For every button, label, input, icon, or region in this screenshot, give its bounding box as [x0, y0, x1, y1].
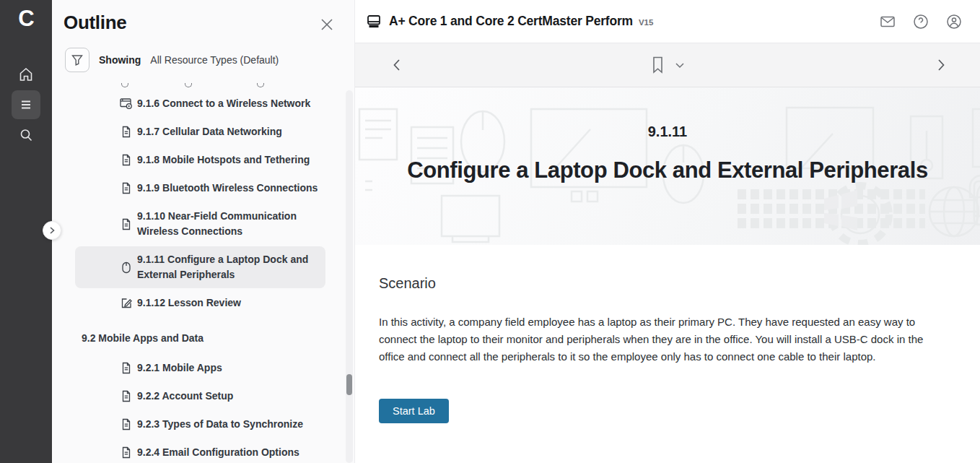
outline-item[interactable]: 9.1.6 Connect to a Wireless Network [75, 90, 325, 117]
review-icon [120, 297, 133, 310]
outline-item-label: 9.1.9 Bluetooth Wireless Connections [137, 182, 318, 194]
lesson-navbar [355, 43, 980, 87]
mail-icon [879, 13, 896, 30]
outline-item-label: 9.1.12 Lesson Review [137, 297, 241, 308]
close-icon [320, 17, 336, 32]
outline-section-header: 9.2 Mobile Apps and Data [75, 325, 325, 352]
chevron-left-icon [391, 58, 403, 72]
outline-item[interactable]: 9.1.7 Cellular Data Networking [75, 118, 325, 145]
outline-item[interactable]: 9.1.10 Near-Field Communication Wireless… [75, 203, 325, 245]
outline-item-label: 9.2.1 Mobile Apps [137, 362, 222, 373]
lesson-hero-banner: 9.1.11 Configure a Laptop Dock and Exter… [355, 87, 980, 245]
outline-item[interactable]: 9.2.3 Types of Data to Synchronize [75, 411, 325, 438]
outline-item[interactable]: 9.2.2 Account Setup [75, 383, 325, 410]
bookmark-group [651, 56, 685, 74]
document-icon [120, 126, 133, 139]
search-button[interactable] [12, 121, 40, 150]
app-window: C Outline [0, 0, 980, 463]
video-demo-icon [120, 98, 133, 111]
account-icon [945, 13, 963, 30]
chevron-down-icon [675, 62, 685, 69]
outline-title: Outline [64, 12, 337, 34]
help-button[interactable] [912, 13, 929, 30]
scenario-heading: Scenario [379, 275, 951, 292]
messages-button[interactable] [879, 13, 896, 30]
outline-section-label: 9.2 Mobile Apps and Data [82, 332, 204, 344]
outline-item[interactable]: 9.2.4 Email Configuration Options [75, 439, 325, 463]
document-icon [120, 217, 133, 230]
document-icon [120, 362, 133, 375]
chevron-right-icon [935, 58, 947, 72]
filter-funnel-icon [71, 53, 84, 66]
outline-item[interactable]: 9.2.1 Mobile Apps [75, 355, 325, 381]
lesson-number: 9.1.11 [355, 124, 980, 140]
bookmark-button[interactable] [651, 56, 665, 74]
course-device-icon [366, 14, 382, 30]
clipped-list-item [75, 81, 325, 89]
next-page-button[interactable] [931, 53, 951, 77]
lesson-title: Configure a Laptop Dock and External Per… [355, 157, 980, 183]
outline-item-label: 9.1.7 Cellular Data Networking [137, 126, 282, 137]
account-button[interactable] [945, 13, 963, 30]
outline-scrollbar-track[interactable] [346, 90, 353, 463]
previous-page-button[interactable] [387, 53, 407, 77]
outline-item[interactable]: 9.1.11 Configure a Laptop Dock and Exter… [75, 246, 325, 288]
content-header: A+ Core 1 and Core 2 CertMaster Perform … [355, 0, 980, 43]
collapse-panel-button[interactable] [43, 221, 61, 240]
showing-label: Showing [99, 54, 141, 66]
home-button[interactable] [12, 60, 40, 89]
outline-item-label: 9.1.8 Mobile Hotspots and Tethering [137, 154, 310, 165]
chevron-right-icon [48, 226, 56, 235]
close-outline-button[interactable] [320, 17, 336, 33]
outline-item-label: 9.1.11 Configure a Laptop Dock and Exter… [137, 254, 308, 280]
outline-item-label: 9.1.6 Connect to a Wireless Network [137, 98, 310, 109]
mouse-icon [120, 261, 133, 274]
scenario-text: In this activity, a company field employ… [379, 313, 951, 365]
outline-scrollbar-thumb[interactable] [346, 374, 352, 395]
main-content: A+ Core 1 and Core 2 CertMaster Perform … [355, 0, 980, 463]
start-lab-button[interactable]: Start Lab [379, 399, 449, 423]
bookmark-icon [651, 56, 665, 74]
course-version-badge: V15 [639, 18, 653, 27]
help-icon [912, 13, 929, 30]
home-icon [18, 66, 34, 82]
document-icon [120, 154, 133, 167]
comptia-logo: C [18, 7, 33, 30]
outline-item[interactable]: 9.1.8 Mobile Hotspots and Tethering [75, 147, 325, 173]
filter-value: All Resource Types (Default) [150, 54, 279, 66]
document-icon [120, 390, 133, 403]
outline-item-label: 9.2.4 Email Configuration Options [137, 446, 299, 458]
search-icon [18, 127, 34, 143]
bookmark-menu-button[interactable] [675, 62, 685, 69]
header-actions [879, 13, 963, 30]
filter-button[interactable] [65, 48, 89, 72]
document-icon [120, 446, 133, 459]
hero-text: 9.1.11 Configure a Laptop Dock and Exter… [355, 124, 980, 183]
outline-panel-header: Outline [52, 0, 354, 34]
outline-item[interactable]: 9.1.9 Bluetooth Wireless Connections [75, 175, 325, 202]
outline-item-label: 9.2.3 Types of Data to Synchronize [137, 418, 303, 430]
outline-item-label: 9.1.10 Near-Field Communication Wireless… [137, 210, 297, 237]
outline-panel: Outline Showing All Resource Types (Defa… [52, 0, 355, 463]
menu-icon [18, 97, 34, 113]
outline-toggle-button[interactable] [12, 90, 40, 119]
course-title: A+ Core 1 and Core 2 CertMaster Perform [389, 14, 633, 29]
lesson-body: Scenario In this activity, a company fie… [355, 245, 980, 463]
outline-item[interactable]: 9.1.12 Lesson Review [75, 290, 325, 316]
rail-nav [12, 60, 40, 150]
outline-list: 9.1.6 Connect to a Wireless Network 9.1.… [52, 81, 354, 463]
document-icon [120, 182, 133, 195]
document-icon [120, 418, 133, 431]
outline-item-label: 9.2.2 Account Setup [137, 390, 233, 402]
filter-row: Showing All Resource Types (Default) [65, 48, 354, 72]
